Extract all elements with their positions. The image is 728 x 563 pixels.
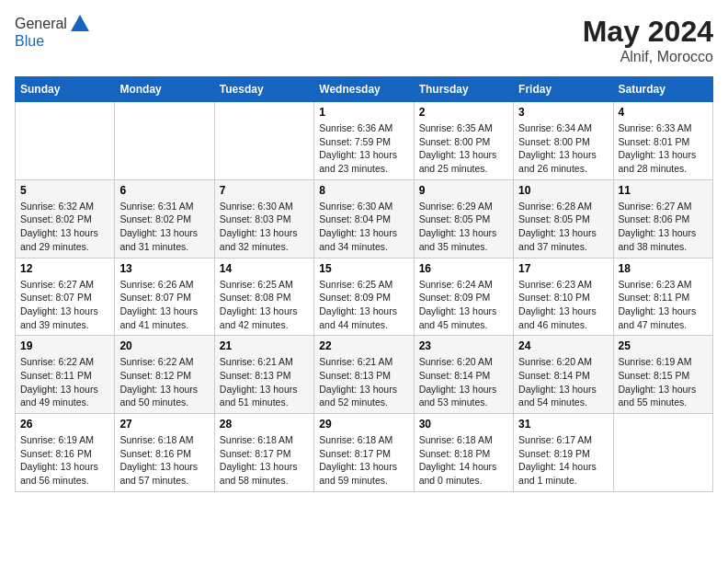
day-number: 14 [220, 262, 309, 275]
day-number: 5 [20, 184, 109, 197]
day-content: Sunrise: 6:18 AMSunset: 8:18 PMDaylight:… [419, 433, 508, 488]
day-number: 12 [20, 262, 109, 275]
calendar-cell: 27Sunrise: 6:18 AMSunset: 8:16 PMDayligh… [115, 414, 214, 492]
calendar-cell: 13Sunrise: 6:26 AMSunset: 8:07 PMDayligh… [115, 258, 214, 336]
day-content: Sunrise: 6:23 AMSunset: 8:10 PMDaylight:… [518, 278, 608, 332]
title-location: Alnif, Morocco [583, 49, 713, 65]
calendar-cell [115, 102, 214, 180]
calendar-table: SundayMondayTuesdayWednesdayThursdayFrid… [15, 76, 713, 492]
day-number: 6 [119, 184, 209, 197]
day-content: Sunrise: 6:30 AMSunset: 8:04 PMDaylight:… [319, 200, 408, 254]
day-number: 8 [319, 184, 408, 197]
calendar-cell: 18Sunrise: 6:23 AMSunset: 8:11 PMDayligh… [613, 258, 712, 336]
day-number: 2 [419, 106, 508, 119]
calendar-cell: 10Sunrise: 6:28 AMSunset: 8:05 PMDayligh… [514, 179, 613, 258]
day-content: Sunrise: 6:32 AMSunset: 8:02 PMDaylight:… [20, 200, 109, 254]
calendar-cell: 9Sunrise: 6:29 AMSunset: 8:05 PMDaylight… [414, 179, 513, 258]
day-number: 29 [319, 418, 408, 431]
calendar-cell: 8Sunrise: 6:30 AMSunset: 8:04 PMDaylight… [314, 179, 414, 258]
day-number: 20 [119, 339, 209, 352]
day-number: 1 [319, 106, 408, 119]
weekday-header-row: SundayMondayTuesdayWednesdayThursdayFrid… [16, 77, 713, 102]
calendar-cell: 2Sunrise: 6:35 AMSunset: 8:00 PMDaylight… [414, 102, 513, 180]
page-header: General Blue May 2024 Alnif, Morocco [15, 15, 713, 65]
calendar-cell: 5Sunrise: 6:32 AMSunset: 8:02 PMDaylight… [16, 179, 115, 258]
day-content: Sunrise: 6:31 AMSunset: 8:02 PMDaylight:… [119, 200, 209, 254]
calendar-cell: 22Sunrise: 6:21 AMSunset: 8:13 PMDayligh… [314, 336, 414, 414]
week-row-1: 1Sunrise: 6:36 AMSunset: 7:59 PMDaylight… [16, 102, 713, 180]
day-content: Sunrise: 6:33 AMSunset: 8:01 PMDaylight:… [619, 121, 708, 176]
logo-blue: Blue [15, 33, 44, 49]
day-content: Sunrise: 6:20 AMSunset: 8:14 PMDaylight:… [419, 355, 508, 409]
day-content: Sunrise: 6:27 AMSunset: 8:06 PMDaylight:… [619, 200, 708, 254]
calendar-cell: 6Sunrise: 6:31 AMSunset: 8:02 PMDaylight… [115, 179, 214, 258]
day-number: 13 [119, 262, 209, 275]
calendar-cell: 14Sunrise: 6:25 AMSunset: 8:08 PMDayligh… [214, 258, 313, 336]
calendar-cell: 30Sunrise: 6:18 AMSunset: 8:18 PMDayligh… [414, 414, 513, 492]
calendar-cell [613, 414, 712, 492]
day-content: Sunrise: 6:18 AMSunset: 8:17 PMDaylight:… [220, 433, 309, 488]
day-number: 23 [419, 339, 508, 352]
day-number: 26 [20, 418, 109, 431]
calendar-cell: 25Sunrise: 6:19 AMSunset: 8:15 PMDayligh… [613, 336, 712, 414]
day-content: Sunrise: 6:21 AMSunset: 8:13 PMDaylight:… [319, 355, 408, 409]
day-number: 27 [119, 418, 209, 431]
calendar-cell: 26Sunrise: 6:19 AMSunset: 8:16 PMDayligh… [16, 414, 115, 492]
calendar-cell: 12Sunrise: 6:27 AMSunset: 8:07 PMDayligh… [16, 258, 115, 336]
calendar-cell: 15Sunrise: 6:25 AMSunset: 8:09 PMDayligh… [314, 258, 414, 336]
day-number: 28 [220, 418, 309, 431]
logo-triangle-icon [71, 15, 89, 31]
day-number: 17 [518, 262, 608, 275]
day-content: Sunrise: 6:20 AMSunset: 8:14 PMDaylight:… [518, 355, 608, 409]
day-content: Sunrise: 6:29 AMSunset: 8:05 PMDaylight:… [419, 200, 508, 254]
day-content: Sunrise: 6:25 AMSunset: 8:09 PMDaylight:… [319, 278, 408, 332]
day-content: Sunrise: 6:22 AMSunset: 8:12 PMDaylight:… [119, 355, 209, 409]
title-block: May 2024 Alnif, Morocco [583, 15, 713, 65]
day-number: 15 [319, 262, 408, 275]
day-content: Sunrise: 6:21 AMSunset: 8:13 PMDaylight:… [220, 355, 309, 409]
day-content: Sunrise: 6:28 AMSunset: 8:05 PMDaylight:… [518, 200, 608, 254]
logo-general: General [15, 16, 67, 32]
calendar-cell: 21Sunrise: 6:21 AMSunset: 8:13 PMDayligh… [214, 336, 313, 414]
day-content: Sunrise: 6:35 AMSunset: 8:00 PMDaylight:… [419, 121, 508, 176]
calendar-cell: 4Sunrise: 6:33 AMSunset: 8:01 PMDaylight… [613, 102, 712, 180]
calendar-cell: 17Sunrise: 6:23 AMSunset: 8:10 PMDayligh… [514, 258, 613, 336]
day-content: Sunrise: 6:25 AMSunset: 8:08 PMDaylight:… [220, 278, 309, 332]
day-content: Sunrise: 6:36 AMSunset: 7:59 PMDaylight:… [319, 121, 408, 176]
calendar-cell: 19Sunrise: 6:22 AMSunset: 8:11 PMDayligh… [16, 336, 115, 414]
day-number: 25 [619, 339, 708, 352]
calendar-cell: 1Sunrise: 6:36 AMSunset: 7:59 PMDaylight… [314, 102, 414, 180]
calendar-cell: 20Sunrise: 6:22 AMSunset: 8:12 PMDayligh… [115, 336, 214, 414]
day-content: Sunrise: 6:27 AMSunset: 8:07 PMDaylight:… [20, 278, 109, 332]
logo: General Blue [15, 15, 89, 50]
weekday-header-thursday: Thursday [414, 77, 513, 102]
calendar-cell: 11Sunrise: 6:27 AMSunset: 8:06 PMDayligh… [613, 179, 712, 258]
day-number: 21 [220, 339, 309, 352]
calendar-cell: 31Sunrise: 6:17 AMSunset: 8:19 PMDayligh… [514, 414, 613, 492]
day-number: 9 [419, 184, 508, 197]
weekday-header-friday: Friday [514, 77, 613, 102]
day-number: 18 [619, 262, 708, 275]
day-number: 19 [20, 339, 109, 352]
day-content: Sunrise: 6:17 AMSunset: 8:19 PMDaylight:… [518, 433, 608, 488]
week-row-5: 26Sunrise: 6:19 AMSunset: 8:16 PMDayligh… [16, 414, 713, 492]
calendar-cell [214, 102, 313, 180]
day-number: 10 [518, 184, 608, 197]
day-content: Sunrise: 6:26 AMSunset: 8:07 PMDaylight:… [119, 278, 209, 332]
day-content: Sunrise: 6:24 AMSunset: 8:09 PMDaylight:… [419, 278, 508, 332]
week-row-2: 5Sunrise: 6:32 AMSunset: 8:02 PMDaylight… [16, 179, 713, 258]
day-content: Sunrise: 6:19 AMSunset: 8:16 PMDaylight:… [20, 433, 109, 488]
day-number: 7 [220, 184, 309, 197]
calendar-cell: 3Sunrise: 6:34 AMSunset: 8:00 PMDaylight… [514, 102, 613, 180]
weekday-header-tuesday: Tuesday [214, 77, 313, 102]
title-month: May 2024 [583, 15, 713, 49]
weekday-header-saturday: Saturday [613, 77, 712, 102]
day-number: 31 [518, 418, 608, 431]
day-number: 30 [419, 418, 508, 431]
week-row-4: 19Sunrise: 6:22 AMSunset: 8:11 PMDayligh… [16, 336, 713, 414]
day-number: 11 [619, 184, 708, 197]
day-content: Sunrise: 6:22 AMSunset: 8:11 PMDaylight:… [20, 355, 109, 409]
weekday-header-wednesday: Wednesday [314, 77, 414, 102]
week-row-3: 12Sunrise: 6:27 AMSunset: 8:07 PMDayligh… [16, 258, 713, 336]
day-number: 3 [518, 106, 608, 119]
